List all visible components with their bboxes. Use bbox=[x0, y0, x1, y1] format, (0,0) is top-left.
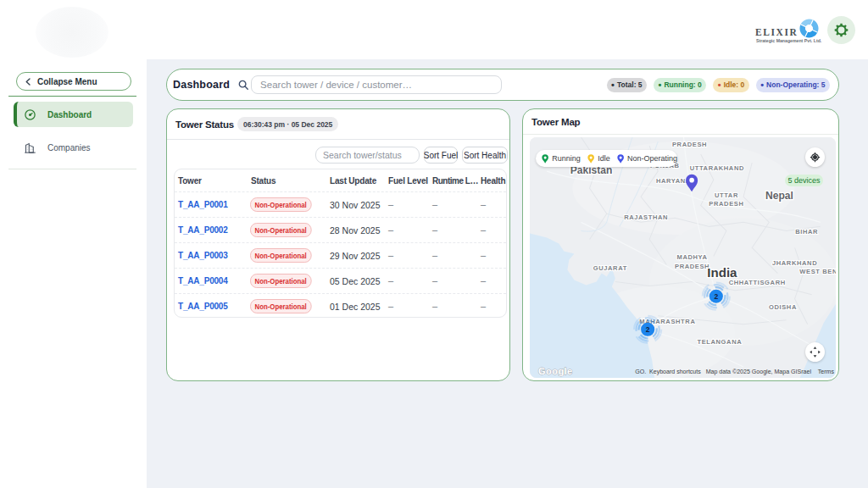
svg-text:WEST BENG: WEST BENG bbox=[799, 268, 836, 275]
svg-text:HARYANA: HARYANA bbox=[656, 177, 691, 185]
svg-text:PRADESH: PRADESH bbox=[709, 200, 743, 208]
svg-text:JHARKHAND: JHARKHAND bbox=[772, 259, 817, 267]
svg-text:2: 2 bbox=[714, 292, 718, 301]
svg-text:GUJARAT: GUJARAT bbox=[593, 264, 627, 272]
svg-text:Nepal: Nepal bbox=[765, 190, 793, 202]
svg-text:TELANGANA: TELANGANA bbox=[697, 338, 742, 346]
svg-text:Google: Google bbox=[538, 366, 573, 376]
svg-text:PRADESH: PRADESH bbox=[672, 141, 707, 148]
svg-text:BIHAR: BIHAR bbox=[795, 228, 818, 236]
svg-text:GO. Keyboard shortcuts Map: GO. Keyboard shortcuts Map data ©2025 Go… bbox=[635, 369, 834, 375]
svg-text:RAJASTHAN: RAJASTHAN bbox=[624, 214, 668, 221]
svg-text:PRADESH: PRADESH bbox=[675, 263, 709, 270]
svg-text:India: India bbox=[707, 265, 737, 280]
svg-text:ODISHA: ODISHA bbox=[769, 303, 797, 311]
svg-text:UTTARAKHAND: UTTARAKHAND bbox=[690, 164, 744, 172]
svg-text:2: 2 bbox=[646, 325, 650, 334]
svg-text:UTTAR: UTTAR bbox=[715, 191, 738, 199]
svg-text:MADHYA: MADHYA bbox=[677, 254, 708, 262]
svg-text:CHHATTISGARH: CHHATTISGARH bbox=[729, 279, 786, 286]
